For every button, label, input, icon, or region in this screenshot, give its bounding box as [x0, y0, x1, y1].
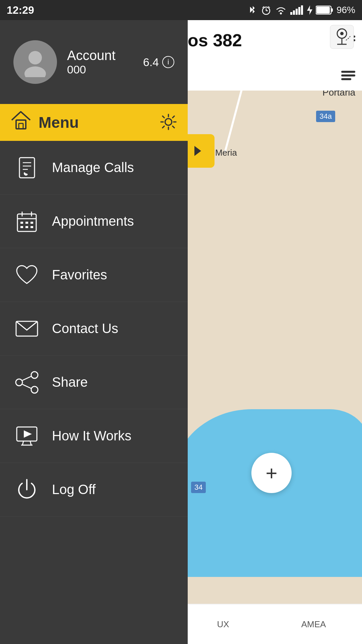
account-version[interactable]: 6.4 i — [143, 56, 174, 69]
svg-rect-39 — [31, 226, 33, 228]
menu-bar: Menu — [0, 104, 188, 141]
svg-point-5 — [280, 12, 282, 14]
version-number: 6.4 — [143, 56, 159, 69]
settings-gear-icon[interactable] — [159, 113, 178, 132]
svg-point-22 — [24, 66, 46, 77]
sidebar: Account 000 6.4 i Menu — [0, 20, 188, 644]
svg-line-48 — [30, 441, 31, 445]
appointments-icon — [13, 208, 40, 235]
log-off-icon — [13, 476, 40, 503]
svg-marker-50 — [24, 430, 32, 438]
status-time: 12:29 — [7, 4, 34, 16]
map-filter-button[interactable] — [341, 71, 355, 80]
svg-line-44 — [22, 376, 31, 380]
svg-rect-6 — [290, 12, 292, 15]
status-icons: 96% — [248, 4, 355, 16]
account-header: Account 000 6.4 i — [0, 20, 188, 104]
svg-point-41 — [31, 372, 38, 378]
map-location-icon[interactable] — [328, 23, 355, 50]
svg-rect-23 — [16, 120, 26, 129]
sidebar-item-share[interactable]: Share — [0, 356, 188, 409]
account-number: 000 — [67, 63, 133, 76]
map-area: 🌳 Portaria Alli Meria 34a 34 — [181, 20, 362, 644]
svg-rect-10 — [301, 5, 303, 15]
sidebar-item-favorites[interactable]: Favorites — [0, 248, 188, 302]
menu-label: Menu — [39, 113, 79, 131]
svg-point-25 — [165, 118, 172, 125]
contact-us-icon — [13, 315, 40, 342]
svg-rect-7 — [293, 10, 295, 15]
favorites-label: Favorites — [52, 267, 107, 282]
log-off-label: Log Off — [52, 482, 96, 497]
svg-rect-13 — [316, 7, 330, 13]
svg-rect-24 — [19, 123, 23, 129]
sidebar-item-how-it-works[interactable]: How It Works — [0, 409, 188, 463]
contact-us-label: Contact Us — [52, 321, 118, 336]
svg-rect-37 — [20, 226, 23, 228]
sidebar-item-contact-us[interactable]: Contact Us — [0, 302, 188, 356]
wifi-icon — [275, 5, 287, 15]
svg-rect-9 — [298, 7, 300, 15]
charging-icon — [307, 5, 312, 15]
svg-rect-35 — [25, 222, 28, 224]
svg-rect-34 — [20, 222, 23, 224]
status-bar: 12:29 — [0, 0, 362, 20]
alarm-icon — [261, 5, 272, 15]
svg-point-19 — [340, 32, 344, 35]
how-it-works-icon — [13, 423, 40, 449]
svg-line-45 — [22, 384, 31, 388]
map-bottom-bar: UX AMEA — [181, 604, 362, 644]
account-name: Account — [67, 48, 133, 63]
svg-rect-8 — [296, 9, 298, 15]
map-badge-34a: 34a — [316, 111, 335, 122]
svg-rect-14 — [331, 8, 333, 12]
svg-rect-38 — [25, 226, 28, 228]
signal-icon — [290, 5, 304, 15]
svg-rect-36 — [31, 222, 33, 224]
sidebar-item-manage-calls[interactable]: Manage Calls — [0, 141, 188, 195]
svg-marker-11 — [307, 5, 312, 15]
map-subheader-bar — [181, 60, 362, 91]
sidebar-item-log-off[interactable]: Log Off — [0, 463, 188, 517]
map-plus-button[interactable]: + — [251, 453, 292, 493]
home-icon — [10, 110, 32, 135]
map-header-title: os 382 — [188, 30, 242, 50]
appointments-label: Appointments — [52, 214, 134, 229]
map-badge-34: 34 — [191, 482, 206, 493]
how-it-works-label: How It Works — [52, 428, 131, 443]
svg-point-42 — [31, 386, 38, 393]
account-info: Account 000 — [67, 48, 133, 76]
share-icon — [13, 369, 40, 396]
manage-calls-label: Manage Calls — [52, 160, 134, 175]
battery-icon — [316, 5, 333, 15]
svg-line-47 — [22, 441, 23, 445]
favorites-icon — [13, 262, 40, 288]
sidebar-item-appointments[interactable]: Appointments — [0, 195, 188, 248]
map-bottom-amea[interactable]: AMEA — [301, 619, 326, 630]
info-icon[interactable]: i — [162, 56, 174, 68]
manage-calls-icon — [13, 154, 40, 181]
svg-point-21 — [28, 51, 42, 64]
map-water — [181, 409, 362, 577]
svg-marker-20 — [194, 146, 201, 156]
svg-point-43 — [16, 379, 22, 386]
map-bottom-ux[interactable]: UX — [217, 619, 229, 630]
menu-left: Menu — [10, 110, 79, 135]
bluetooth-icon — [248, 4, 257, 16]
avatar — [13, 40, 57, 84]
battery-percent: 96% — [337, 5, 355, 15]
share-label: Share — [52, 375, 88, 390]
